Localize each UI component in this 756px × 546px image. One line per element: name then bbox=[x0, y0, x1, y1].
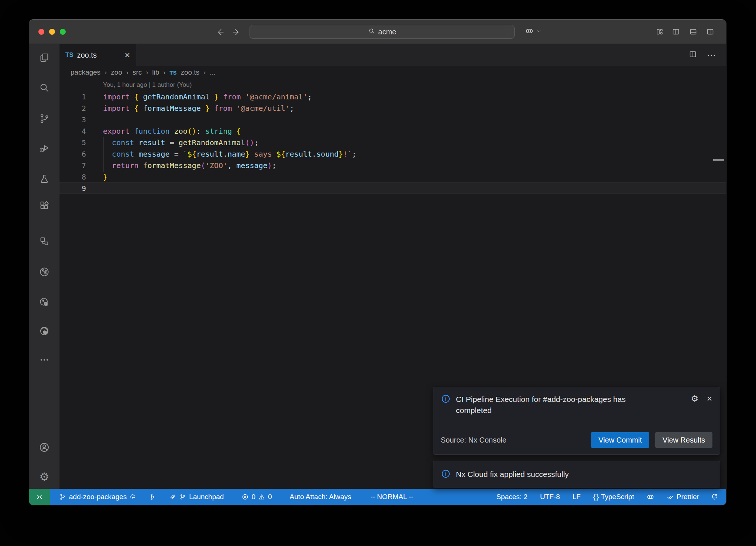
settings-gear-icon[interactable]: ⚙ bbox=[39, 471, 50, 482]
line-number[interactable]: 6 bbox=[59, 150, 86, 158]
copilot-menu-button[interactable] bbox=[525, 26, 541, 37]
git-branch-icon bbox=[59, 493, 66, 501]
nx-cloud-icon[interactable] bbox=[39, 297, 50, 308]
auto-attach-status[interactable]: Auto Attach: Always bbox=[286, 493, 355, 501]
code-line-3[interactable]: 3 bbox=[59, 114, 726, 125]
notification-ci-pipeline: CI Pipeline Execution for #add-zoo-packa… bbox=[433, 387, 720, 455]
indentation-status[interactable]: Spaces: 2 bbox=[492, 493, 532, 501]
code-line-8[interactable]: 8} bbox=[59, 171, 726, 182]
braces-icon: { } bbox=[593, 493, 598, 501]
zoom-window-button[interactable] bbox=[60, 29, 66, 35]
minimize-window-button[interactable] bbox=[49, 29, 55, 35]
code-text: const message = `${result.name} says ${r… bbox=[86, 150, 356, 158]
tab-close-icon[interactable]: ✕ bbox=[124, 51, 130, 59]
git-blame-annotation: You, 1 hour ago | 1 author (You) bbox=[59, 79, 726, 91]
tab-zoo-ts[interactable]: TS zoo.ts ✕ bbox=[59, 44, 136, 66]
launchpad-button[interactable]: Launchpad bbox=[165, 493, 228, 501]
code-line-1[interactable]: 1import { getRandomAnimal } from '@acme/… bbox=[59, 91, 726, 102]
extensions-icon[interactable] bbox=[39, 200, 50, 211]
language-mode-status[interactable]: { } TypeScript bbox=[589, 493, 638, 501]
nx-console-icon[interactable] bbox=[39, 266, 50, 277]
typescript-file-icon: TS bbox=[169, 69, 176, 76]
project-references-icon[interactable] bbox=[39, 236, 50, 247]
view-commit-button[interactable]: View Commit bbox=[591, 432, 649, 448]
typescript-file-icon: TS bbox=[65, 51, 73, 59]
line-number[interactable]: 9 bbox=[59, 184, 86, 192]
toggle-panel-button[interactable] bbox=[689, 27, 698, 36]
testing-icon[interactable] bbox=[39, 173, 50, 184]
language-label: TypeScript bbox=[601, 493, 634, 501]
launchpad-label: Launchpad bbox=[189, 493, 224, 501]
explorer-icon[interactable] bbox=[39, 52, 50, 63]
search-value: acme bbox=[378, 28, 396, 36]
branch-name: add-zoo-packages bbox=[69, 493, 127, 501]
formatter-status[interactable]: Prettier bbox=[663, 493, 703, 501]
line-number[interactable]: 1 bbox=[59, 93, 86, 101]
info-icon bbox=[441, 469, 451, 480]
breadcrumb-item-symbol[interactable]: ... bbox=[210, 68, 216, 76]
activity-bar: ⚙ bbox=[29, 44, 59, 489]
code-line-2[interactable]: 2import { formatMessage } from '@acme/ut… bbox=[59, 102, 726, 114]
line-number[interactable]: 7 bbox=[59, 161, 86, 170]
remote-indicator[interactable] bbox=[29, 489, 50, 505]
customize-layout-button[interactable] bbox=[655, 27, 664, 36]
branch-small-icon bbox=[179, 493, 186, 501]
notification-message: Nx Cloud fix applied successfully bbox=[456, 469, 569, 480]
line-number[interactable]: 2 bbox=[59, 104, 86, 112]
breadcrumb: packages› zoo› src› lib› TS zoo.ts› ... bbox=[59, 66, 726, 79]
toggle-primary-sidebar-button[interactable] bbox=[671, 27, 680, 36]
vim-mode-indicator[interactable]: -- NORMAL -- bbox=[366, 493, 417, 501]
code-text: import { formatMessage } from '@acme/uti… bbox=[86, 104, 294, 113]
breadcrumb-item-lib[interactable]: lib bbox=[152, 68, 159, 76]
breadcrumb-item-packages[interactable]: packages bbox=[71, 68, 100, 76]
command-center-search[interactable]: acme bbox=[250, 25, 515, 39]
view-results-button[interactable]: View Results bbox=[655, 432, 712, 448]
chevron-right-icon: › bbox=[163, 69, 165, 76]
notification-toasts: CI Pipeline Execution for #add-zoo-packa… bbox=[433, 387, 720, 488]
git-branch-status[interactable]: add-zoo-packages bbox=[55, 493, 141, 501]
source-control-graph-button[interactable] bbox=[144, 493, 160, 501]
code-line-9[interactable]: 9 bbox=[59, 182, 726, 194]
breadcrumb-item-zoo[interactable]: zoo bbox=[111, 68, 122, 76]
run-and-debug-icon[interactable] bbox=[39, 143, 50, 154]
additional-views-icon[interactable] bbox=[39, 354, 50, 365]
line-number[interactable]: 8 bbox=[59, 173, 86, 181]
code-line-4[interactable]: 4export function zoo(): string { bbox=[59, 125, 726, 137]
notification-close-icon[interactable]: ✕ bbox=[707, 395, 712, 403]
line-number[interactable]: 5 bbox=[59, 139, 86, 147]
edge-browser-icon[interactable] bbox=[39, 325, 50, 337]
copilot-icon bbox=[525, 26, 534, 37]
code-text: const result = getRandomAnimal(); bbox=[86, 138, 258, 147]
toggle-secondary-sidebar-button[interactable] bbox=[706, 27, 715, 36]
chevron-right-icon: › bbox=[203, 69, 206, 76]
code-text: return formatMessage('ZOO', message); bbox=[86, 161, 276, 170]
error-count: 0 bbox=[251, 493, 255, 501]
close-window-button[interactable] bbox=[38, 29, 44, 35]
line-number[interactable]: 4 bbox=[59, 127, 86, 135]
code-line-7[interactable]: 7 return formatMessage('ZOO', message); bbox=[59, 160, 726, 171]
encoding-status[interactable]: UTF-8 bbox=[536, 493, 564, 501]
search-view-icon[interactable] bbox=[39, 82, 50, 93]
chevron-down-icon bbox=[536, 28, 541, 35]
search-icon bbox=[368, 27, 375, 37]
notification-message: CI Pipeline Execution for #add-zoo-packa… bbox=[456, 394, 648, 416]
notification-settings-gear-icon[interactable]: ⚙ bbox=[691, 394, 698, 404]
indent-guide bbox=[103, 137, 104, 172]
navigate-back-button[interactable] bbox=[215, 27, 225, 37]
problems-status[interactable]: 0 0 bbox=[237, 493, 276, 501]
breadcrumb-item-src[interactable]: src bbox=[133, 68, 142, 76]
code-line-5[interactable]: 5 const result = getRandomAnimal(); bbox=[59, 137, 726, 148]
warning-icon bbox=[258, 493, 265, 501]
notifications-bell-icon[interactable] bbox=[706, 493, 722, 501]
eol-status[interactable]: LF bbox=[568, 493, 585, 501]
breadcrumb-item-file[interactable]: zoo.ts bbox=[181, 68, 200, 76]
formatter-label: Prettier bbox=[677, 493, 699, 501]
split-editor-icon[interactable] bbox=[688, 50, 697, 60]
more-actions-icon[interactable]: ⋯ bbox=[707, 50, 717, 60]
source-control-icon[interactable] bbox=[39, 113, 50, 124]
code-line-6[interactable]: 6 const message = `${result.name} says $… bbox=[59, 148, 726, 160]
line-number[interactable]: 3 bbox=[59, 116, 86, 124]
navigate-forward-button[interactable] bbox=[232, 27, 241, 37]
accounts-icon[interactable] bbox=[39, 442, 50, 453]
copilot-status-icon[interactable] bbox=[642, 492, 659, 501]
